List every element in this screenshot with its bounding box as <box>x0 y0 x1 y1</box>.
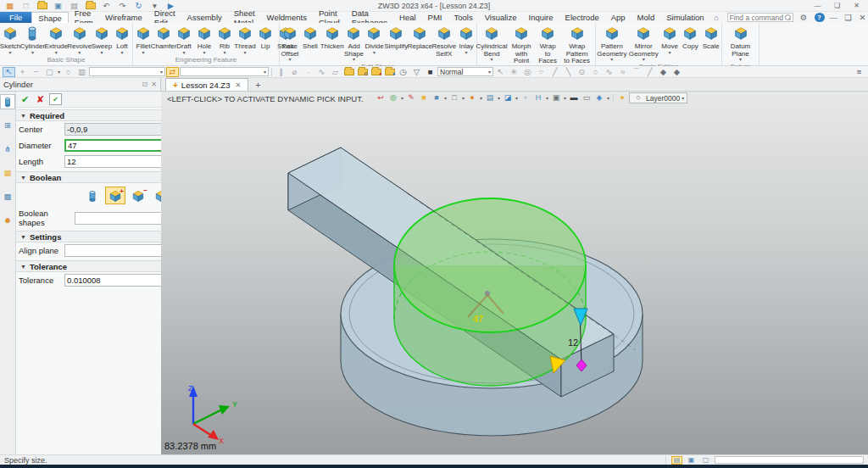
redo-icon[interactable]: ↷ <box>116 1 129 11</box>
pick-filter-icon[interactable]: ▽ <box>410 67 423 77</box>
pick-target-icon[interactable]: ◎ <box>387 93 399 103</box>
ribbon-button-cylindrical-bend[interactable]: Cylindrical Bend▾ <box>477 24 506 63</box>
ribbon-tab-free-form[interactable]: Free Form <box>69 12 99 23</box>
style-combo[interactable]: Normal▾ <box>437 67 493 76</box>
part-history-folder-icon[interactable]: ● <box>370 67 382 77</box>
output-window-icon[interactable]: ▢ <box>700 456 711 465</box>
dropdown-arrow-icon[interactable]: ▾ <box>461 93 465 103</box>
ribbon-button-thread[interactable]: Thread▾ <box>235 24 255 56</box>
dropdown-arrow-icon[interactable]: ▾ <box>121 51 124 55</box>
part-session-folder-icon[interactable]: ● <box>383 67 396 77</box>
dropdown-arrow-icon[interactable]: ▾ <box>9 51 12 55</box>
dropdown-arrow-icon[interactable]: ▾ <box>563 93 567 103</box>
doc-restore-icon[interactable]: ❏ <box>843 13 854 23</box>
dropdown-arrow-icon[interactable]: ▾ <box>682 95 684 101</box>
undo-icon[interactable]: ↶ <box>100 1 113 11</box>
align-view-icon[interactable]: H <box>532 93 544 103</box>
dropdown-arrow-icon[interactable]: ▾ <box>491 58 493 62</box>
minimize-icon[interactable]: — <box>811 1 824 11</box>
dropdown-arrow-icon[interactable]: ▾ <box>353 58 355 62</box>
ribbon-button-resolve-selfx[interactable]: Resolve SelfX <box>432 24 456 58</box>
ribbon-tab-electrode[interactable]: Electrode <box>559 12 605 23</box>
insert-axis-icon[interactable]: ⌀ <box>288 67 301 77</box>
ribbon-button-face-offset[interactable]: Face Offset▾ <box>280 24 300 63</box>
dropdown-arrow-icon[interactable]: ▾ <box>55 51 58 55</box>
status-input[interactable] <box>715 456 864 464</box>
ribbon-button-pattern-geometry[interactable]: Pattern Geometry▾ <box>596 24 627 63</box>
dropdown-arrow-icon[interactable]: ▾ <box>243 51 246 55</box>
zoom-window-icon[interactable]: ▫ <box>520 93 531 103</box>
draw-curve-icon[interactable]: ≈ <box>616 67 629 77</box>
black-background-icon[interactable]: ▬ <box>568 93 580 103</box>
new-tab-button[interactable]: + <box>248 78 267 91</box>
section-icon[interactable]: ◪ <box>502 93 514 103</box>
dropdown-arrow-icon[interactable]: ▾ <box>465 51 467 55</box>
ribbon-button-revolve[interactable]: Revolve▾ <box>68 24 92 56</box>
ribbon-tab-file[interactable]: File <box>0 12 31 23</box>
ribbon-button-add-shape[interactable]: Add Shape▾ <box>343 24 364 63</box>
side-tab-manager-tree[interactable]: ⊞ <box>0 118 15 133</box>
dropdown-arrow-icon[interactable]: ▾ <box>203 51 205 55</box>
ribbon-tab-shape[interactable]: Shape <box>31 12 68 23</box>
draw-line-icon[interactable]: ╱ <box>548 67 561 77</box>
ribbon-tab-pmi[interactable]: PMI <box>422 12 448 23</box>
viewport[interactable]: <LEFT-CLICK> TO ACTIVATE DYNAMIC PICK IN… <box>161 92 868 454</box>
dropdown-arrow-icon[interactable]: ▾ <box>223 51 225 55</box>
dropdown-arrow-icon[interactable]: ▾ <box>610 58 613 62</box>
ribbon-tab-tools[interactable]: Tools <box>448 12 478 23</box>
dropdown-arrow-icon[interactable]: ▾ <box>400 93 404 103</box>
dropdown-arrow-icon[interactable]: ▾ <box>142 51 144 55</box>
select-grid-icon[interactable]: ⁘ <box>535 67 548 77</box>
dropdown-arrow-icon[interactable]: ▾ <box>515 93 519 103</box>
part-config-folder-icon[interactable]: ⚙ <box>356 67 369 77</box>
side-tab-visualize[interactable]: ▩ <box>0 189 15 204</box>
dropdown-arrow-icon[interactable]: ▾ <box>78 51 81 55</box>
select-circle-icon[interactable]: ◎ <box>521 67 534 77</box>
draw-spline-icon[interactable]: ∿ <box>603 67 615 77</box>
eraser-icon[interactable]: ✎ <box>405 93 417 103</box>
draw-arc-icon[interactable]: ⌒ <box>630 67 643 77</box>
restore-icon[interactable]: ❏ <box>831 1 843 11</box>
background-icon[interactable]: ▤ <box>484 93 496 103</box>
document-tab[interactable]: + Lesson 24.Z3 ✕ <box>165 78 248 91</box>
shade-edges-icon[interactable]: ■ <box>431 93 442 103</box>
close-icon[interactable]: ✕ <box>850 1 863 11</box>
shade-icon[interactable]: ■ <box>418 93 430 103</box>
dropdown-arrow-icon[interactable]: ▾ <box>57 67 61 77</box>
ribbon-tab-sheet-metal[interactable]: Sheet Metal <box>228 12 261 23</box>
fullscreen-monitor-icon[interactable]: ▣ <box>686 456 697 465</box>
ribbon-button-divide[interactable]: Divide▾ <box>364 24 384 56</box>
ribbon-button-sketch[interactable]: Sketch▾ <box>0 24 20 56</box>
save-icon[interactable]: ▣ <box>52 1 64 11</box>
add-select-icon[interactable]: + <box>16 67 29 77</box>
display-icon[interactable]: ▣ <box>550 93 562 103</box>
doc-close-icon[interactable]: ✕ <box>858 13 868 23</box>
ribbon-button-chamfer[interactable]: Chamfer <box>153 24 174 52</box>
help-icon[interactable]: ? <box>815 13 825 22</box>
insert-sketch-icon[interactable]: ▱ <box>329 67 342 77</box>
swap-pick-icon[interactable]: ⇄ <box>166 67 179 77</box>
ribbon-button-copy[interactable]: Copy <box>680 24 700 52</box>
ribbon-button-thicken[interactable]: Thicken <box>320 24 343 52</box>
ribbon-button-replace[interactable]: Replace <box>408 24 432 52</box>
ok-icon[interactable]: ✔ <box>19 93 31 105</box>
dropdown-arrow-icon[interactable]: ▾ <box>545 93 549 103</box>
regen-icon[interactable]: ↻ <box>132 1 145 11</box>
ribbon-button-morph-with-point[interactable]: Morph with Point▾ <box>506 24 537 70</box>
ribbon-button-sweep[interactable]: Sweep▾ <box>92 24 112 56</box>
ribbon-button-loft[interactable]: Loft▾ <box>112 24 132 56</box>
prompt-panel-icon[interactable]: ▤ <box>671 456 682 465</box>
selection-circle-icon[interactable]: ○ <box>62 67 75 77</box>
draw-circle-icon[interactable]: ○ <box>589 67 602 77</box>
entity-combo[interactable]: ▾ <box>180 67 269 76</box>
wireframe-icon[interactable]: □ <box>448 93 460 103</box>
side-tab-history[interactable]: ▦ <box>0 165 15 181</box>
boolean-remove-button[interactable]: − <box>128 187 148 204</box>
ribbon-tab-assembly[interactable]: Assembly <box>181 12 228 23</box>
ribbon-button-mirror-geometry[interactable]: Mirror Geometry▾ <box>628 24 659 63</box>
doc-minimize-icon[interactable]: — <box>829 13 839 23</box>
ribbon-tab-simulation[interactable]: Simulation <box>660 12 709 23</box>
select-last-icon[interactable]: ↖ <box>494 67 507 77</box>
ribbon-button-draft[interactable]: Draft▾ <box>174 24 194 56</box>
dropdown-arrow-icon[interactable]: ▾ <box>100 51 103 55</box>
